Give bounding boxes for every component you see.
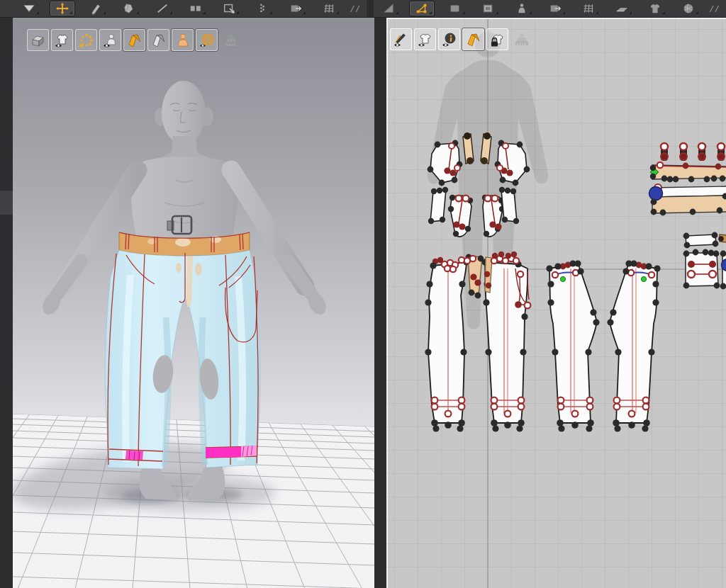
edit-pattern-points-icon — [414, 2, 430, 15]
fabric-mesh-icon — [30, 32, 47, 49]
pattern-small-bar[interactable] — [683, 232, 719, 249]
flatten-tool-button[interactable] — [610, 1, 634, 16]
panel-divider[interactable] — [374, 18, 386, 588]
texture-grid-tool-button[interactable] — [317, 1, 341, 16]
sewing-line-icon — [155, 2, 170, 15]
export-pattern-icon — [547, 2, 563, 15]
box-select-icon — [221, 2, 237, 15]
show-pins-toggle[interactable] — [75, 29, 97, 51]
internal-rectangle-tool-button[interactable] — [476, 1, 501, 16]
show-avatar-toggle[interactable] — [99, 29, 121, 51]
pen-icon — [88, 2, 104, 15]
export-box-icon — [288, 2, 303, 15]
zipper-tool-button[interactable] — [250, 1, 274, 16]
pattern-belt-loops[interactable] — [661, 143, 725, 161]
grid-texture-icon — [581, 2, 596, 15]
internal-rectangle-icon — [481, 2, 496, 15]
pen-tool-button[interactable] — [84, 1, 108, 16]
toolbar-gap — [367, 0, 374, 17]
lock-shirt-icon — [489, 31, 506, 48]
yarn-material-tool-button[interactable] — [676, 1, 700, 16]
texture-grid-icon — [321, 2, 337, 15]
pin-garment-tool-button[interactable] — [117, 1, 141, 16]
show-stitches-toggle[interactable] — [390, 28, 412, 50]
show-pattern-outlines-2d-toggle[interactable] — [462, 28, 484, 50]
sewing-line-tool-button[interactable] — [150, 1, 174, 16]
display-toggles-2d — [390, 28, 532, 50]
show-environment-toggle[interactable] — [196, 29, 218, 51]
tape-measure-toggle — [220, 29, 242, 51]
tape-measure-icon — [513, 31, 530, 48]
pattern-back-leg-right[interactable] — [607, 260, 660, 431]
transform-pattern-icon — [381, 2, 396, 15]
garment-tool-button[interactable] — [643, 1, 667, 16]
garment-shirt-icon — [647, 2, 663, 15]
pattern-edge-partial-piece[interactable] — [720, 251, 726, 290]
trace-avatar-icon — [514, 2, 530, 15]
viewport-3d[interactable] — [13, 18, 374, 588]
lock-pattern-toggle[interactable] — [486, 28, 508, 50]
toolbar-2d-handle[interactable]: // — [710, 4, 720, 13]
display-toggles-3d — [27, 29, 242, 51]
export-pattern-tool-button[interactable] — [543, 1, 567, 16]
avatar-person-icon — [102, 32, 119, 49]
box-select-tool-button[interactable] — [217, 1, 241, 16]
top-toolbar: // — [0, 0, 726, 18]
pattern-tan-strip-end[interactable] — [718, 234, 726, 242]
pattern-side-strip-left[interactable] — [428, 187, 448, 224]
transform-pattern-tool-button[interactable] — [376, 1, 401, 16]
pattern-front-leg-left[interactable] — [425, 257, 469, 432]
pattern-folded-gray-icon — [150, 32, 167, 49]
zipper-icon — [255, 2, 270, 15]
stitch-needle-icon — [393, 31, 410, 48]
yarn-ball-icon — [681, 2, 696, 15]
select-dropdown-tool-button[interactable] — [17, 1, 41, 16]
move-gizmo-tool-button[interactable] — [50, 1, 74, 16]
segment-sewing-tool-button[interactable] — [184, 1, 208, 16]
viewport-2d[interactable] — [386, 18, 726, 588]
left-edge-panel — [0, 18, 13, 588]
pattern-folded-icon — [126, 32, 143, 49]
pattern-waistband-top[interactable] — [650, 162, 726, 183]
edit-pattern-points-tool-button[interactable] — [410, 1, 434, 16]
rectangle-pattern-tool-button[interactable] — [443, 1, 467, 16]
toolbar-3d: // — [0, 0, 367, 17]
move-gizmo-icon — [55, 2, 70, 15]
pattern-folded-icon — [465, 31, 482, 48]
pattern-pocket-facing-left[interactable] — [448, 195, 473, 237]
pins-icon — [78, 32, 95, 49]
show-pattern-info-toggle[interactable] — [438, 28, 460, 50]
garment-design-app: // — [0, 0, 726, 588]
tape-measure-2d-toggle — [510, 28, 532, 50]
segment-sewing-icon — [188, 2, 203, 15]
pattern-rectangle-piece[interactable] — [683, 249, 720, 289]
scene-2d — [388, 19, 726, 588]
scene-3d — [13, 20, 374, 588]
toolbar-3d-handle[interactable]: // — [350, 4, 361, 13]
show-garment-toggle[interactable] — [51, 29, 73, 51]
grid-texture-tool-button[interactable] — [576, 1, 601, 16]
show-seam-allowance-toggle[interactable] — [147, 29, 169, 51]
show-pattern-outlines-toggle[interactable] — [123, 29, 145, 51]
avatar-skin-icon — [174, 32, 191, 49]
export-box-tool-button[interactable] — [284, 1, 308, 16]
pattern-back-leg-left[interactable] — [546, 260, 599, 431]
globe-icon — [199, 32, 216, 49]
rectangle-pattern-icon — [447, 2, 463, 15]
garment-shirt-icon — [54, 32, 71, 49]
trace-avatar-tool-button[interactable] — [510, 1, 534, 16]
toolbar-2d: // — [374, 0, 726, 17]
info-icon — [441, 31, 458, 48]
flatten-icon — [614, 2, 630, 15]
show-garment-2d-toggle[interactable] — [414, 28, 436, 50]
tape-measure-icon — [223, 32, 240, 49]
pattern-waistband-bottom[interactable] — [649, 184, 726, 215]
avatar-head — [162, 81, 206, 145]
show-avatar-skin-toggle[interactable] — [172, 29, 194, 51]
show-fabric-mesh-toggle[interactable] — [27, 29, 49, 51]
select-dropdown-icon — [21, 2, 37, 15]
pin-garment-icon — [121, 2, 137, 15]
pattern-pocket-bag-right[interactable] — [495, 140, 530, 186]
garment-shirt-icon — [417, 31, 434, 48]
